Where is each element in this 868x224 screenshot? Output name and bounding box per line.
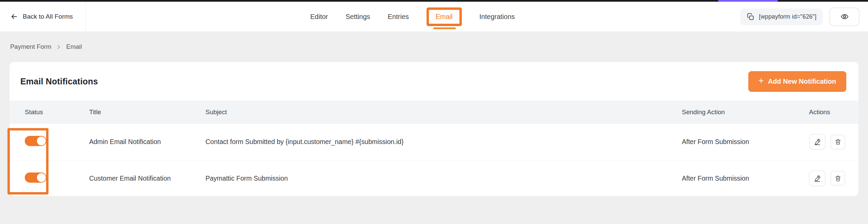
tab-editor[interactable]: Editor bbox=[310, 13, 328, 21]
notification-title: Admin Email Notification bbox=[80, 138, 197, 146]
column-header-status: Status bbox=[16, 108, 80, 116]
breadcrumb-item-payment-form[interactable]: Payment Form bbox=[10, 43, 51, 50]
back-to-all-forms-link[interactable]: Back to All Forms bbox=[10, 13, 73, 21]
breadcrumb-item-email: Email bbox=[66, 43, 82, 50]
plus-icon: + bbox=[758, 76, 764, 85]
tab-email-highlight-box: Email bbox=[427, 7, 462, 26]
column-header-actions: Actions bbox=[800, 108, 852, 116]
shortcode-badge[interactable]: [wppayform id="626"] bbox=[740, 8, 823, 25]
column-header-subject: Subject bbox=[197, 108, 673, 116]
top-bar: Back to All Forms Editor Settings Entrie… bbox=[0, 2, 868, 32]
table-row-customer-notification: Customer Email Notification Paymattic Fo… bbox=[9, 160, 859, 196]
notification-title: Customer Email Notification bbox=[80, 175, 197, 182]
column-header-sending-action: Sending Action bbox=[673, 108, 800, 116]
edit-pencil-icon bbox=[813, 175, 821, 182]
copy-icon bbox=[746, 13, 755, 21]
delete-notification-button[interactable] bbox=[830, 135, 845, 149]
panel-title: Email Notifications bbox=[20, 77, 98, 86]
back-arrow-icon bbox=[10, 13, 18, 21]
tab-email[interactable]: Email bbox=[436, 13, 453, 21]
notification-subject: Contact form Submitted by {input.custome… bbox=[197, 138, 673, 146]
edit-notification-button[interactable] bbox=[809, 134, 826, 150]
toggle-knob bbox=[37, 173, 46, 182]
trash-icon bbox=[834, 175, 842, 182]
trash-icon bbox=[834, 138, 842, 145]
form-tabs: Editor Settings Entries Email Integratio… bbox=[310, 2, 515, 32]
panel-header: Email Notifications + Add New Notificati… bbox=[9, 62, 859, 101]
delete-notification-button[interactable] bbox=[830, 171, 845, 186]
table-header-row: Status Title Subject Sending Action Acti… bbox=[9, 101, 859, 124]
toggle-knob bbox=[37, 137, 46, 145]
topbar-left-section: Back to All Forms bbox=[0, 2, 86, 32]
status-toggle[interactable] bbox=[25, 136, 46, 146]
tab-integrations[interactable]: Integrations bbox=[479, 13, 515, 21]
add-new-notification-button[interactable]: + Add New Notification bbox=[748, 71, 846, 92]
table-row-admin-notification: Admin Email Notification Contact form Su… bbox=[9, 124, 859, 160]
tab-entries[interactable]: Entries bbox=[388, 13, 409, 21]
column-header-title: Title bbox=[80, 108, 197, 116]
notification-sending-action: After Form Submission bbox=[673, 138, 800, 146]
eye-icon bbox=[839, 13, 850, 21]
edit-notification-button[interactable] bbox=[809, 170, 826, 186]
status-toggle[interactable] bbox=[25, 172, 46, 183]
progress-indicator bbox=[718, 0, 778, 2]
tab-settings[interactable]: Settings bbox=[346, 13, 370, 21]
top-progress-strip bbox=[0, 0, 868, 2]
edit-pencil-icon bbox=[813, 138, 821, 146]
breadcrumb-chevron-icon bbox=[56, 44, 61, 50]
page: Back to All Forms Editor Settings Entrie… bbox=[0, 0, 868, 224]
active-tab-underline bbox=[433, 27, 456, 29]
notification-sending-action: After Form Submission bbox=[673, 175, 800, 182]
breadcrumb: Payment Form Email bbox=[10, 32, 82, 62]
notification-subject: Paymattic Form Submission bbox=[197, 175, 673, 182]
add-button-label: Add New Notification bbox=[768, 78, 836, 85]
topbar-right-section: [wppayform id="626"] bbox=[740, 2, 860, 32]
back-label: Back to All Forms bbox=[23, 13, 73, 20]
email-notifications-panel: Email Notifications + Add New Notificati… bbox=[9, 62, 859, 196]
shortcode-text: [wppayform id="626"] bbox=[759, 13, 816, 20]
preview-button[interactable] bbox=[829, 7, 860, 26]
